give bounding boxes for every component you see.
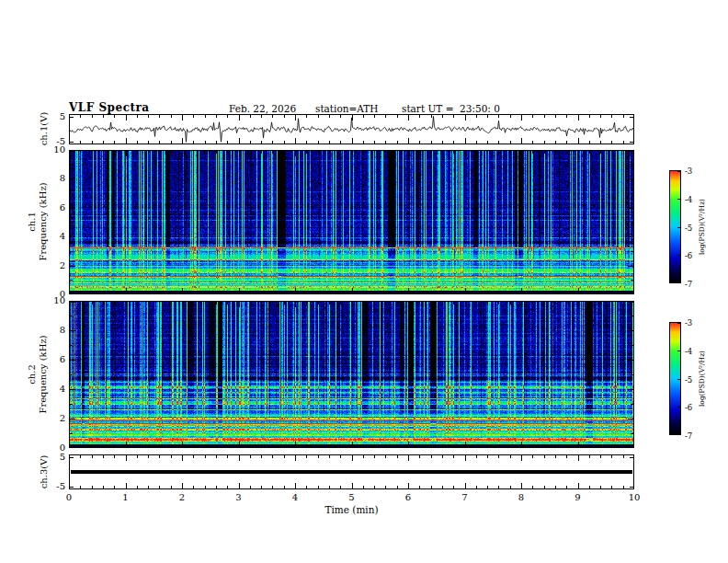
colorbar-ch2-canvas bbox=[669, 322, 681, 435]
x-tick-label: 7 bbox=[454, 492, 476, 503]
x-tick-label: 0 bbox=[58, 492, 80, 503]
x-tick-label: 1 bbox=[115, 492, 137, 503]
x-tick-label: 6 bbox=[397, 492, 419, 503]
x-tick-label: 4 bbox=[284, 492, 306, 503]
ch1-spec-ylabel-line2: Frequency (kHz) bbox=[38, 150, 49, 294]
ch1-spec-y-tick-label: 4 bbox=[32, 231, 65, 242]
header-station: station=ATH bbox=[315, 103, 379, 114]
x-tick-label: 10 bbox=[623, 492, 645, 503]
ch1-spectrogram-canvas bbox=[69, 150, 634, 294]
colorbar-ch1-tick-label: -7 bbox=[685, 279, 707, 290]
colorbar-ch2-tick-label: -7 bbox=[685, 431, 707, 442]
ch3-wave-y-tick-label: -5 bbox=[32, 481, 65, 492]
ch1-wave-y-tick-label: 5 bbox=[32, 111, 65, 122]
ch2-spec-y-tick-label: 2 bbox=[32, 413, 65, 424]
ch2-spec-y-tick-label: 4 bbox=[32, 384, 65, 395]
colorbar-ch2-tick-label: -4 bbox=[685, 346, 707, 357]
colorbar-ch1-tick-label: -4 bbox=[685, 194, 707, 205]
x-tick-label: 9 bbox=[567, 492, 589, 503]
colorbar-ch1-tick-label: -5 bbox=[685, 223, 707, 234]
ch2-spec-y-tick-label: 8 bbox=[32, 325, 65, 336]
x-tick-label: 2 bbox=[171, 492, 193, 503]
page-title: VLF Spectra bbox=[69, 101, 150, 114]
colorbar-ch2-tick-label: -5 bbox=[685, 374, 707, 385]
ch3-waveform-canvas bbox=[69, 454, 634, 489]
ch1-waveform-canvas bbox=[69, 114, 634, 144]
x-tick-label: 8 bbox=[510, 492, 532, 503]
header-start-ut: start UT = 23:50: 0 bbox=[402, 103, 500, 114]
colorbar-ch2-tick-label: -3 bbox=[685, 317, 707, 328]
ch2-spec-y-tick-label: 10 bbox=[32, 295, 65, 306]
ch2-spec-y-tick-label: 6 bbox=[32, 354, 65, 365]
ch1-spec-ylabel-line1: ch.1 bbox=[27, 150, 38, 294]
header-date: Feb. 22, 2026 bbox=[229, 103, 296, 114]
vlf-spectra-plot: VLF Spectra Feb. 22, 2026 station=ATH st… bbox=[0, 0, 728, 563]
x-tick-label: 5 bbox=[341, 492, 363, 503]
ch1-spec-y-tick-label: 6 bbox=[32, 202, 65, 213]
colorbar-ch1-tick-label: -3 bbox=[685, 166, 707, 177]
ch2-spectrogram-canvas bbox=[69, 301, 634, 448]
ch1-spec-y-tick-label: 2 bbox=[32, 260, 65, 271]
x-tick-label: 3 bbox=[228, 492, 250, 503]
x-axis-label: Time (min) bbox=[296, 504, 407, 515]
ch2-spec-y-tick-label: 0 bbox=[32, 442, 65, 454]
ch1-spec-ylabel: ch.1 Frequency (kHz) bbox=[27, 150, 49, 294]
colorbar-ch1-tick-label: -6 bbox=[685, 250, 707, 261]
colorbar-ch1-canvas bbox=[669, 170, 681, 283]
colorbar-ch2-tick-label: -6 bbox=[685, 402, 707, 413]
ch1-spec-y-tick-label: 10 bbox=[32, 144, 65, 155]
ch1-spec-y-tick-label: 8 bbox=[32, 173, 65, 184]
